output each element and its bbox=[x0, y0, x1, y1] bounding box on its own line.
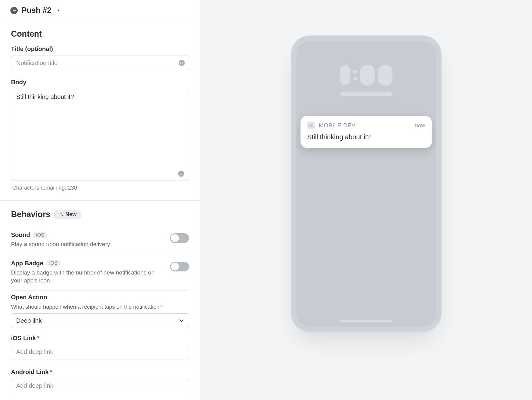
home-indicator bbox=[340, 320, 392, 322]
lockscreen-clock bbox=[296, 65, 436, 85]
notif-time: now bbox=[415, 122, 425, 129]
title-label: Title (optional) bbox=[11, 45, 189, 53]
svg-point-6 bbox=[182, 173, 183, 174]
body-textarea[interactable] bbox=[11, 89, 189, 180]
panel-title: Push #2 bbox=[21, 5, 51, 15]
sound-desc: Play a sound upon notification delivery bbox=[11, 240, 155, 249]
preview-pane: MOBILE DEV now Still thinking about it? bbox=[200, 0, 532, 400]
behaviors-heading: Behaviors bbox=[11, 210, 50, 219]
emoji-icon[interactable] bbox=[178, 59, 185, 67]
content-section: Content Title (optional) Body bbox=[0, 20, 200, 201]
open-action-help: What should happen when a recipient taps… bbox=[11, 304, 189, 310]
notif-body: Still thinking about it? bbox=[307, 133, 425, 141]
body-field: Body Characters remaining: 230 bbox=[11, 79, 189, 191]
body-label: Body bbox=[11, 79, 189, 86]
lockscreen-date bbox=[340, 92, 392, 96]
svg-point-3 bbox=[182, 62, 183, 63]
appbadge-title: App Badge bbox=[11, 260, 43, 267]
open-action-select[interactable]: Deep link bbox=[11, 313, 189, 328]
new-badge-label: New bbox=[65, 211, 77, 218]
appbadge-row: App Badge iOS Display a badge with the n… bbox=[11, 254, 189, 291]
editor-panel: Push #2 Content Title (optional) Body bbox=[0, 0, 200, 400]
ios-badge: iOS bbox=[46, 260, 61, 267]
notif-app-name: MOBILE DEV bbox=[319, 122, 355, 129]
svg-point-5 bbox=[180, 173, 181, 174]
svg-point-4 bbox=[178, 171, 184, 177]
new-badge: New bbox=[54, 210, 81, 219]
title-input[interactable] bbox=[11, 56, 189, 70]
phone-screen: MOBILE DEV now Still thinking about it? bbox=[296, 41, 436, 327]
app-icon bbox=[307, 122, 315, 129]
svg-point-1 bbox=[179, 60, 185, 66]
sound-title: Sound bbox=[11, 231, 30, 238]
svg-point-2 bbox=[180, 62, 181, 63]
content-heading: Content bbox=[11, 29, 189, 39]
ios-link-input[interactable] bbox=[11, 345, 189, 359]
phone-mock: MOBILE DEV now Still thinking about it? bbox=[291, 36, 441, 332]
sound-row: Sound iOS Play a sound upon notification… bbox=[11, 226, 189, 254]
sound-toggle[interactable] bbox=[170, 233, 189, 243]
appbadge-desc: Display a badge with the number of new n… bbox=[11, 269, 155, 285]
chars-remaining: Characters remaining: 230 bbox=[11, 185, 189, 191]
notification-preview: MOBILE DEV now Still thinking about it? bbox=[301, 116, 432, 148]
ios-link-label: iOS Link* bbox=[11, 335, 189, 342]
open-action-label: Open Action bbox=[11, 294, 189, 301]
sparkle-icon bbox=[59, 212, 64, 217]
title-field: Title (optional) bbox=[11, 45, 189, 70]
android-link-input[interactable] bbox=[11, 379, 189, 393]
chevron-down-icon[interactable] bbox=[56, 8, 61, 13]
app-root: Push #2 Content Title (optional) Body bbox=[0, 0, 532, 400]
behaviors-section: Behaviors New Sound iOS Play a sound upo… bbox=[0, 201, 200, 396]
panel-header: Push #2 bbox=[0, 0, 200, 20]
push-icon bbox=[10, 7, 18, 14]
emoji-icon[interactable] bbox=[177, 170, 185, 177]
android-link-label: Android Link* bbox=[11, 369, 189, 376]
ios-badge: iOS bbox=[33, 232, 47, 238]
appbadge-toggle[interactable] bbox=[170, 262, 189, 271]
open-action-block: Open Action What should happen when a re… bbox=[11, 291, 189, 393]
